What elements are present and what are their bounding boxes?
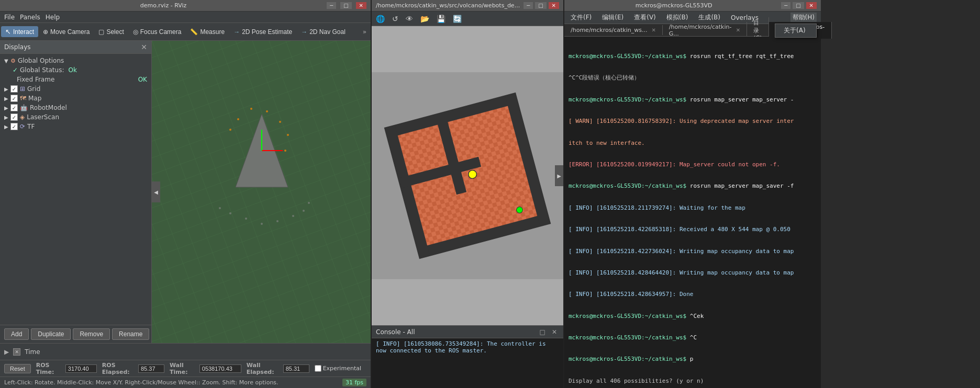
- rviz-maximize[interactable]: □: [340, 2, 351, 9]
- tree-item-robot-model[interactable]: ▶ ✓ 🤖 RobotModel: [0, 103, 151, 112]
- rename-btn[interactable]: Rename: [112, 328, 149, 340]
- help-dropdown: 关于(A): [775, 24, 817, 38]
- reset-btn[interactable]: Reset: [4, 364, 31, 373]
- nav-arrow-left[interactable]: ◀: [152, 181, 160, 202]
- simulation-section: /home/mckros/catkin_ws/src/volcano/webot…: [372, 0, 564, 388]
- terminal-content[interactable]: mckros@mckros-GL553VD:~/catkin_ws$ rosru…: [564, 37, 821, 388]
- tree-item-grid[interactable]: ▶ ✓ ⊞ Grid: [0, 84, 151, 94]
- add-display-btn[interactable]: Add: [4, 328, 29, 340]
- ros-time-input[interactable]: [65, 364, 97, 373]
- sim-open-btn[interactable]: 📂: [418, 14, 431, 24]
- rviz-title-bar: demo.rviz - RViz ─ □ ✕: [0, 0, 371, 12]
- sim-save-btn[interactable]: 💾: [435, 14, 448, 24]
- wrench-icon: ⚙: [10, 58, 16, 64]
- wall-time-input[interactable]: [199, 364, 241, 373]
- time-expand[interactable]: ▶: [4, 348, 9, 356]
- term-maximize[interactable]: □: [793, 2, 804, 9]
- wall-elapsed-input[interactable]: [283, 364, 309, 373]
- move-icon: ⊕: [43, 28, 48, 36]
- select-button[interactable]: ▢ Select: [94, 27, 128, 37]
- menu-edit[interactable]: 编辑(E): [600, 12, 626, 23]
- menu-help-btn[interactable]: 帮助(H): [790, 13, 817, 22]
- sim-close[interactable]: ✕: [549, 2, 559, 9]
- time-close-btn[interactable]: ✕: [13, 348, 20, 356]
- map-checkbox[interactable]: ✓: [10, 95, 18, 102]
- term-close[interactable]: ✕: [806, 2, 817, 9]
- robot-checkbox[interactable]: ✓: [10, 104, 18, 111]
- measure-button[interactable]: 📏 Measure: [186, 27, 229, 37]
- tree-item-map[interactable]: ▶ ✓ 🗺 Map: [0, 94, 151, 103]
- menu-panels[interactable]: Panels: [18, 13, 42, 22]
- term-line-11: [ INFO] [1610525218.428464420]: Writing …: [569, 269, 817, 277]
- term-line-10: [ INFO] [1610525218.422736024]: Writing …: [569, 247, 817, 255]
- menu-file[interactable]: File: [2, 13, 17, 22]
- experimental-checkbox[interactable]: [315, 365, 321, 372]
- tree-item-tf[interactable]: ▶ ✓ ⟳ TF: [0, 122, 151, 131]
- sim-maximize[interactable]: □: [535, 2, 546, 9]
- console-expand[interactable]: □: [538, 328, 548, 336]
- laser-checkbox[interactable]: ✓: [10, 113, 18, 121]
- focus-camera-button[interactable]: ◎ Focus Camera: [129, 27, 186, 37]
- console-area: Console - All □ ✕ [ INFO] [1610538086.73…: [372, 325, 563, 388]
- menu-file[interactable]: 文件(F): [569, 12, 594, 23]
- displays-close-btn[interactable]: ✕: [141, 43, 147, 51]
- duplicate-btn[interactable]: Duplicate: [31, 328, 71, 340]
- map-label: Map: [28, 95, 41, 102]
- svg-point-7: [279, 121, 281, 123]
- tab-1[interactable]: /home/mckros/catkin_ws... ✕: [564, 25, 663, 35]
- console-close[interactable]: ✕: [550, 328, 559, 336]
- sim-minimize[interactable]: ─: [524, 2, 533, 9]
- tab-2-close[interactable]: ✕: [736, 27, 740, 33]
- rviz-close[interactable]: ✕: [356, 2, 366, 9]
- measure-icon: 📏: [190, 28, 198, 36]
- tf-checkbox[interactable]: ✓: [10, 123, 18, 130]
- move-camera-button[interactable]: ⊕ Move Camera: [39, 27, 94, 37]
- term-line-1: mckros@mckros-GL553VD:~/catkin_ws$ rosru…: [569, 52, 817, 60]
- ros-elapsed-input[interactable]: [138, 364, 164, 373]
- svg-point-9: [284, 150, 286, 152]
- remove-btn[interactable]: Remove: [73, 328, 110, 340]
- grid-arrow: ▶: [4, 86, 10, 92]
- experimental-label[interactable]: Experimental: [315, 365, 361, 372]
- tree-item-global-options[interactable]: ▼ ⚙ Global Options: [0, 56, 151, 65]
- grid-overlay: [152, 41, 371, 343]
- sim-eye-btn[interactable]: 👁: [404, 14, 415, 24]
- robot-model-label: RobotModel: [30, 104, 67, 111]
- tab-1-close[interactable]: ✕: [651, 27, 655, 33]
- laser-scan-label: LaserScan: [27, 113, 59, 121]
- menu-view[interactable]: 查看(V): [632, 12, 658, 23]
- pose-estimate-button[interactable]: → 2D Pose Estimate: [229, 27, 296, 37]
- help-text: Left-Click: Rotate. Middle-Click: Move X…: [4, 379, 279, 386]
- svg-point-3: [229, 129, 231, 131]
- svg-point-19: [308, 202, 310, 204]
- menu-help[interactable]: Help: [43, 13, 62, 22]
- toolbar-expand[interactable]: »: [360, 27, 370, 37]
- tree-item-global-status[interactable]: ✓ Global Status: Ok: [0, 65, 151, 75]
- rviz-3d-viewport: ◀: [152, 41, 371, 343]
- grid-label: Grid: [27, 85, 40, 93]
- wall-time-label: Wall Time:: [170, 362, 194, 375]
- menu-about[interactable]: 关于(A): [775, 24, 816, 37]
- svg-point-8: [287, 134, 289, 136]
- sim-refresh-btn[interactable]: 🔄: [451, 14, 464, 24]
- tab-2[interactable]: /home/mckros/catkin-G... ✕: [663, 22, 747, 39]
- global-status-value: Ok: [68, 66, 76, 74]
- interact-button[interactable]: ↖ Interact: [1, 26, 38, 37]
- term-minimize[interactable]: ─: [781, 2, 790, 9]
- check-icon: ✓: [13, 66, 18, 74]
- nav-goal-button[interactable]: → 2D Nav Goal: [297, 27, 350, 37]
- sim-toolbar: 🌐 ↺ 👁 📂 💾 🔄: [372, 12, 563, 26]
- sim-nav-right[interactable]: ▶: [555, 165, 563, 186]
- sim-world-btn[interactable]: 🌐: [374, 14, 387, 24]
- grid-checkbox[interactable]: ✓: [10, 85, 18, 93]
- tree-item-fixed-frame[interactable]: Fixed Frame OK: [0, 75, 151, 84]
- tree-item-laser-scan[interactable]: ▶ ✓ ◈ LaserScan: [0, 112, 151, 122]
- robot-icon: 🤖: [20, 104, 28, 111]
- sim-path-label: /home/mckros/catkin_ws/src/volcano/webot…: [376, 2, 521, 9]
- sim-revert-btn[interactable]: ↺: [390, 14, 400, 24]
- rviz-minimize[interactable]: ─: [327, 2, 336, 9]
- displays-panel-header: Displays ✕: [0, 41, 151, 54]
- rviz-menu-bar: File Panels Help: [0, 12, 371, 23]
- console-message: [ INFO] [1610538086.735349284]: The cont…: [376, 340, 546, 354]
- svg-point-12: [219, 207, 221, 209]
